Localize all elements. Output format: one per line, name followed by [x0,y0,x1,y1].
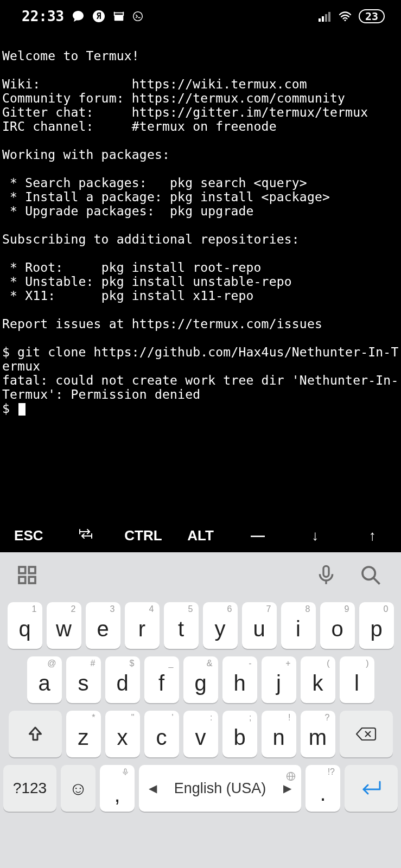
svg-rect-9 [325,14,327,22]
yandex-icon: Я [92,10,105,23]
status-right: 23 [319,9,385,23]
key-d[interactable]: $d [105,656,140,703]
key-i[interactable]: 8i [281,602,316,649]
key-l[interactable]: )l [340,656,374,703]
terminal-cursor [18,403,26,416]
extra-key-tab[interactable] [58,527,115,544]
svg-rect-3 [114,13,124,16]
mic-sub-icon [122,768,129,778]
calendar-icon [113,10,125,22]
space-key[interactable]: ◀ English (USA) ▶ [139,765,301,812]
keyboard-row-3: *z"x'c:v;b!n?m [3,711,398,757]
wifi-icon [338,11,352,22]
key-v[interactable]: :v [183,711,218,757]
soft-keyboard: 1q2w3e4r5t6y7u8i9o0p @a#s$d_f&g-h+j(k)l … [0,552,401,868]
svg-rect-16 [19,567,26,573]
key-c[interactable]: 'c [144,711,179,757]
status-bar: 22:33 Я 23 [0,0,401,33]
battery-indicator: 23 [359,9,385,23]
extra-key-alt[interactable]: ALT [172,527,230,544]
period-key[interactable]: !? . [305,765,340,812]
svg-line-22 [373,578,380,584]
key-f[interactable]: _f [144,656,179,703]
key-s[interactable]: #s [66,656,101,703]
key-u[interactable]: 7u [242,602,277,649]
svg-rect-8 [322,16,324,22]
keyboard-toolbar [0,552,401,601]
extra-key-esc[interactable]: ESC [0,527,58,544]
svg-rect-10 [328,12,330,22]
key-p[interactable]: 0p [359,602,394,649]
svg-point-11 [344,20,346,21]
signal-icon [319,11,332,22]
keyboard-row-4: ?123 ☺ , ◀ English (USA) ▶ !? [3,765,398,812]
svg-rect-19 [29,577,35,583]
key-m[interactable]: ?m [301,711,335,757]
backspace-key[interactable] [340,711,393,757]
terminal-text: Welcome to Termux! Wiki: https://wiki.te… [2,49,398,416]
key-n[interactable]: !n [262,711,296,757]
shift-key[interactable] [9,711,62,757]
extra-key-down[interactable]: ↓ [287,527,344,544]
key-y[interactable]: 6y [203,602,238,649]
chat-icon [72,10,85,23]
key-b[interactable]: ;b [222,711,257,757]
emoji-key[interactable]: ☺ [61,765,96,812]
chevron-left-icon: ◀ [149,782,157,795]
numsym-key[interactable]: ?123 [3,765,56,812]
key-g[interactable]: &g [183,656,218,703]
key-z[interactable]: *z [66,711,101,757]
key-w[interactable]: 2w [47,602,81,649]
key-x[interactable]: "x [105,711,140,757]
svg-rect-20 [323,566,329,577]
globe-icon [286,768,296,785]
svg-rect-18 [19,577,26,583]
svg-text:Я: Я [97,11,101,21]
enter-key[interactable] [345,765,398,812]
status-time: 22:33 [22,8,64,24]
apps-grid-icon[interactable] [16,564,41,589]
key-q[interactable]: 1q [8,602,42,649]
key-o[interactable]: 9o [320,602,355,649]
key-k[interactable]: (k [301,656,335,703]
svg-point-21 [362,567,375,579]
key-j[interactable]: +j [262,656,296,703]
space-label: English (USA) [174,780,266,797]
svg-rect-25 [124,769,126,773]
key-a[interactable]: @a [27,656,62,703]
svg-rect-7 [319,18,321,22]
extra-keys-row: ESC CTRL ALT — ↓ ↑ [0,519,401,552]
search-icon[interactable] [360,564,385,589]
extra-key-dash[interactable]: — [229,527,287,544]
extra-key-up[interactable]: ↑ [343,527,401,544]
key-t[interactable]: 5t [164,602,199,649]
mic-icon[interactable] [315,564,340,589]
extra-key-ctrl[interactable]: CTRL [114,527,172,544]
terminal-output[interactable]: Welcome to Termux! Wiki: https://wiki.te… [0,33,401,416]
key-e[interactable]: 3e [86,602,120,649]
key-r[interactable]: 4r [125,602,160,649]
terminal-status-icon [132,11,143,22]
keyboard-row-1: 1q2w3e4r5t6y7u8i9o0p [3,602,398,649]
status-left: 22:33 Я [22,8,143,24]
key-h[interactable]: -h [222,656,257,703]
keyboard-row-2: @a#s$d_f&g-h+j(k)l [3,656,398,703]
svg-rect-17 [29,567,35,573]
comma-key[interactable]: , [100,765,135,812]
